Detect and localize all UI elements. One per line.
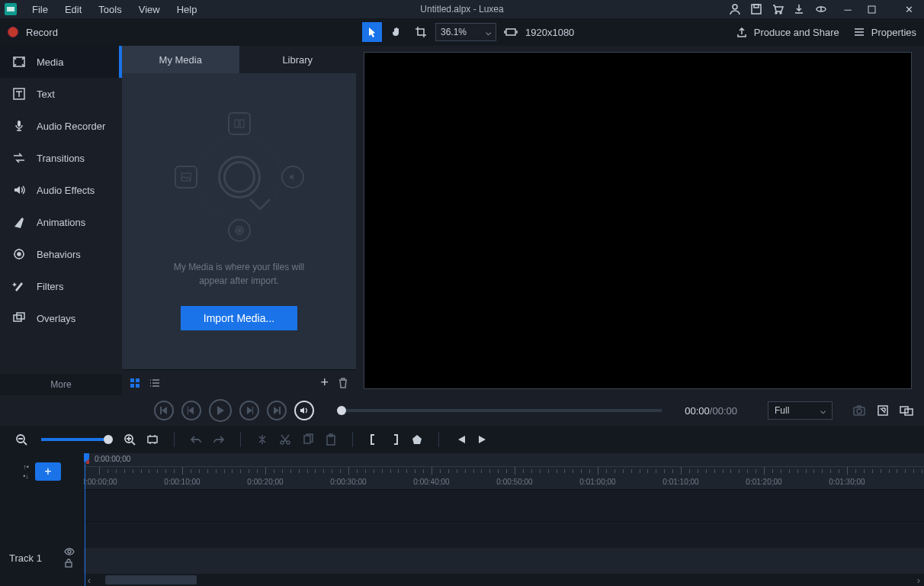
record-button[interactable]: Record [8,27,58,38]
record-label: Record [26,27,58,38]
produce-share-button[interactable]: Produce and Share [736,26,839,38]
step-back-button[interactable] [181,401,201,420]
menu-edit[interactable]: Edit [57,2,89,18]
sidebar-item-behaviors[interactable]: Behaviors [0,238,122,270]
visibility-icon[interactable] [64,548,75,555]
animations-icon [12,215,26,229]
book-icon [228,112,251,135]
timeline-zoom-slider[interactable] [41,438,110,441]
paste-icon[interactable] [325,433,337,446]
timeline-hscrollbar[interactable]: ‹ › [84,574,924,586]
mic-icon [12,119,26,133]
sidebar-item-transitions[interactable]: Transitions [0,142,122,174]
detach-icon[interactable] [900,404,913,417]
add-icon[interactable]: + [320,375,329,391]
app-logo-icon [5,3,17,15]
sidebar-item-audio-effects[interactable]: Audio Effects [0,174,122,206]
timeline-row[interactable] [84,490,924,522]
sidebar-item-media[interactable]: Media [0,46,122,78]
pointer-tool[interactable] [362,22,382,42]
step-fwd-button[interactable] [239,401,259,420]
zoom-out-icon[interactable] [15,433,27,446]
mark-in-icon[interactable] [368,433,379,446]
preview-canvas[interactable] [364,52,912,389]
timeline-canvas[interactable]: 0:00:00;00 0:00:00;000:00:10;000:00:20;0… [84,453,924,586]
svg-point-25 [857,409,861,414]
undo-icon[interactable] [190,434,202,445]
next-frame-button[interactable] [267,401,287,420]
trash-icon[interactable] [338,378,348,388]
sidebar-more[interactable]: More [0,374,122,395]
add-track-button[interactable]: + [35,462,61,481]
playback-bar: 00:00/00:00 Full⌵ [0,395,924,426]
cut-icon[interactable] [279,433,291,446]
track-reorder-icon[interactable]: ↑••↓ [23,463,29,480]
split-icon[interactable] [256,433,268,446]
fullscreen-icon[interactable] [877,404,889,417]
list-view-icon[interactable] [149,378,160,388]
text-icon [12,87,26,101]
save-icon[interactable] [750,3,762,15]
scroll-left-icon[interactable]: ‹ [84,575,95,586]
magnify-icon [218,156,261,198]
goto-start-icon[interactable] [454,434,467,445]
zoom-in-icon[interactable] [124,433,136,446]
crop-tool[interactable] [411,22,431,42]
menu-view[interactable]: View [131,2,168,18]
svg-point-32 [281,441,284,444]
sidebar-item-audio-recorder[interactable]: Audio Recorder [0,110,122,142]
mark-out-icon[interactable] [390,433,400,446]
tab-my-media[interactable]: My Media [122,46,239,73]
properties-button[interactable]: Properties [853,26,916,38]
resolution-icon[interactable] [501,22,521,42]
prev-frame-button[interactable] [154,401,174,420]
zoom-fit-icon[interactable] [146,433,159,446]
seek-slider[interactable] [337,409,662,412]
playhead-timecode: 0:00:00;00 [95,455,130,463]
goto-end-icon[interactable] [477,434,489,445]
svg-rect-19 [136,378,140,382]
sidebar-item-overlays[interactable]: Overlays [0,302,122,334]
lock-icon[interactable] [64,559,75,568]
account-icon[interactable] [729,3,741,15]
menu-help[interactable]: Help [169,2,205,18]
menu-tools[interactable]: Tools [91,2,129,18]
produce-label: Produce and Share [754,27,839,38]
import-media-button[interactable]: Import Media... [181,306,297,330]
sidebar-label: Animations [37,217,85,228]
cart-icon[interactable] [772,3,784,15]
media-panel: My Media Library My Media is where your … [122,46,356,395]
title-bar: File Edit Tools View Help Untitled.alpx … [0,0,924,18]
hand-tool[interactable] [387,22,406,42]
preview-size-select[interactable]: Full⌵ [768,401,833,420]
grid-view-icon[interactable] [130,378,140,388]
download-icon[interactable] [793,3,805,15]
record-ring-icon [228,219,251,242]
mute-button[interactable] [294,401,314,420]
sidebar-item-text[interactable]: Text [0,78,122,110]
speaker-icon [281,166,304,188]
window-close[interactable]: ✕ [898,4,919,15]
window-minimize[interactable]: ─ [837,4,858,15]
window-maximize[interactable] [868,5,889,14]
menu-file[interactable]: File [24,2,56,18]
marker-icon[interactable] [411,433,423,446]
media-hint: My Media is where your files willappear … [174,260,304,288]
main-area: Media Text Audio Recorder Transitions Au… [0,46,924,395]
scroll-right-icon[interactable]: › [913,575,924,586]
snapshot-icon[interactable] [852,404,866,417]
sidebar-label: Overlays [37,313,75,324]
play-button[interactable] [209,399,232,422]
zoom-select[interactable]: 36.1%⌵ [435,23,496,41]
tab-library[interactable]: Library [239,46,357,73]
timeline-ruler[interactable]: 0:00:00;00 0:00:00;000:00:10;000:00:20;0… [84,453,924,490]
copy-icon[interactable] [302,433,314,446]
sidebar-item-filters[interactable]: Filters [0,270,122,302]
svg-point-4 [775,12,777,14]
sidebar-item-animations[interactable]: Animations [0,206,122,238]
track-1-header[interactable]: Track 1 [0,542,84,574]
playhead[interactable] [85,453,85,586]
sync-icon[interactable] [814,3,828,15]
preview-size-value: Full [775,405,789,416]
redo-icon[interactable] [213,434,225,445]
